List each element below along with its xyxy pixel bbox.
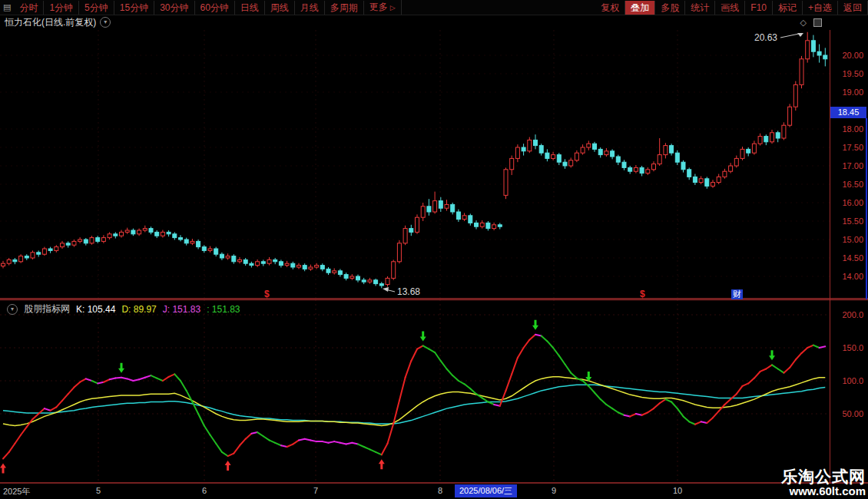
menu-item-15min[interactable]: 15分钟 <box>114 1 154 15</box>
finance-marker[interactable]: 财 <box>731 289 743 299</box>
svg-text:13.68: 13.68 <box>397 286 420 297</box>
svg-text:17.00: 17.00 <box>842 161 863 170</box>
menu-item-1min[interactable]: 1分钟 <box>44 1 79 15</box>
sell-arrow-icon <box>532 320 538 330</box>
menu-item-adjust[interactable]: 复权 <box>595 1 625 15</box>
svg-text:16.00: 16.00 <box>842 198 863 207</box>
title-dropdown-icon[interactable]: ▾ <box>100 17 111 28</box>
menu-item-draw-line[interactable]: 画线 <box>715 1 745 15</box>
svg-text:20.63: 20.63 <box>754 32 777 43</box>
svg-text:50.00: 50.00 <box>842 409 863 418</box>
kdj-lines-group <box>3 335 825 459</box>
svg-text:14.50: 14.50 <box>842 253 863 263</box>
indicator-name[interactable]: 股朋指标网 <box>24 302 70 316</box>
last-price-badge: 18.45 <box>830 107 866 118</box>
stock-title: 恒力石化(日线.前复权) <box>5 16 96 29</box>
svg-text:17.50: 17.50 <box>842 143 863 152</box>
panel-collapse-icon[interactable]: ▾ <box>7 304 18 315</box>
period-menu-left: ▤ 分时 1分钟 5分钟 15分钟 30分钟 60分钟 日线 周线 月线 多周期… <box>0 0 402 15</box>
watermark-site-name: 乐淘公式网 <box>781 468 866 486</box>
svg-text:200.0: 200.0 <box>842 310 863 319</box>
svg-text:15.50: 15.50 <box>842 216 863 226</box>
indicator-d-value: D: 89.97 <box>121 304 156 315</box>
svg-text:150.0: 150.0 <box>842 343 863 352</box>
time-axis: 2025年 5 6 7 8 9 10 2025/08/06/三 <box>0 484 868 499</box>
menu-item-monthly[interactable]: 月线 <box>295 1 325 15</box>
menu-item-back[interactable]: 返回 <box>838 1 868 15</box>
svg-text:19.00: 19.00 <box>842 88 863 97</box>
selected-date-badge: 2025/08/06/三 <box>455 484 517 497</box>
timeline-month: 9 <box>552 486 556 495</box>
candles-group <box>2 32 827 289</box>
menu-item-60min[interactable]: 60分钟 <box>195 1 235 15</box>
indicator-extra-value: : 151.83 <box>207 304 240 315</box>
menu-item-multi-stock[interactable]: 多股 <box>655 1 685 15</box>
svg-text:100.0: 100.0 <box>842 376 863 385</box>
main-chart-group: 20.0019.5019.0018.0017.5017.0016.5016.00… <box>0 30 863 299</box>
indicator-grid-group: 200.0150.0100.050.00 <box>0 299 863 483</box>
indicator-header: ▾ 股朋指标网 K: 105.44 D: 89.97 J: 151.83 : 1… <box>3 302 240 316</box>
menu-item-daily[interactable]: 日线 <box>235 1 265 15</box>
watermark-url: www.60lt.com <box>781 485 866 498</box>
sell-arrow-icon <box>420 331 426 341</box>
main-candlestick-chart[interactable]: 20.0019.5019.0018.0017.5017.0016.5016.00… <box>0 30 868 299</box>
menu-item-overlay[interactable]: 叠加 <box>625 1 655 15</box>
svg-text:20.00: 20.00 <box>842 51 863 60</box>
indicator-j-value: J: 151.83 <box>163 304 200 315</box>
svg-text:16.50: 16.50 <box>842 180 863 189</box>
sell-arrow-icon <box>769 350 775 360</box>
menu-item-statistics[interactable]: 统计 <box>685 1 715 15</box>
annotations-group: 20.6313.68 <box>383 32 803 297</box>
dividend-marker[interactable]: $ <box>264 289 270 299</box>
more-arrow-icon: ▷ <box>390 4 396 12</box>
menu-item-5min[interactable]: 5分钟 <box>79 1 114 15</box>
svg-text:18.00: 18.00 <box>842 124 863 134</box>
timeline-month: 7 <box>313 486 318 495</box>
menu-item-more-label: 更多 <box>369 2 388 12</box>
timeline-year: 2025年 <box>3 486 30 497</box>
svg-text:19.50: 19.50 <box>842 69 863 78</box>
kdj-indicator-chart[interactable]: 200.0150.0100.050.00 <box>0 299 868 484</box>
window-icon[interactable] <box>813 18 822 27</box>
menu-item-more[interactable]: 更多▷ <box>364 0 402 15</box>
watermark: 乐淘公式网 www.60lt.com <box>781 468 866 498</box>
right-edge-line <box>866 118 867 299</box>
period-menu-right: 复权 叠加 多股 统计 画线 F10 标记 +自选 返回 <box>595 0 868 15</box>
chart-title-bar: 恒力石化(日线.前复权) ▾ ◇ <box>0 15 868 30</box>
svg-text:15.00: 15.00 <box>842 235 863 244</box>
buy-arrow-icon <box>379 459 385 469</box>
timeline-month: 10 <box>673 486 682 495</box>
buy-arrow-icon <box>0 463 6 473</box>
diamond-icon[interactable]: ◇ <box>800 18 807 28</box>
signal-arrows-group <box>0 320 775 474</box>
menu-item-f10[interactable]: F10 <box>745 1 773 15</box>
indicator-k-value: K: 105.44 <box>76 304 115 315</box>
timeline-month: 5 <box>96 486 101 495</box>
sell-arrow-icon <box>118 363 124 373</box>
buy-arrow-icon <box>225 461 231 471</box>
svg-text:14.00: 14.00 <box>842 272 863 281</box>
period-menu-bar: ▤ 分时 1分钟 5分钟 15分钟 30分钟 60分钟 日线 周线 月线 多周期… <box>0 0 868 15</box>
menu-item-add-watchlist[interactable]: +自选 <box>803 1 838 15</box>
menu-item-30min[interactable]: 30分钟 <box>154 1 194 15</box>
timeline-month: 6 <box>202 486 207 495</box>
app-icon[interactable]: ▤ <box>0 2 14 12</box>
dividend-marker[interactable]: $ <box>640 289 645 299</box>
trading-app: ▤ 分时 1分钟 5分钟 15分钟 30分钟 60分钟 日线 周线 月线 多周期… <box>0 0 868 499</box>
menu-item-multi-period[interactable]: 多周期 <box>325 1 364 15</box>
menu-item-intraday[interactable]: 分时 <box>14 1 44 15</box>
menu-item-weekly[interactable]: 周线 <box>265 1 295 15</box>
menu-item-mark[interactable]: 标记 <box>773 1 803 15</box>
timeline-month: 8 <box>438 486 442 495</box>
